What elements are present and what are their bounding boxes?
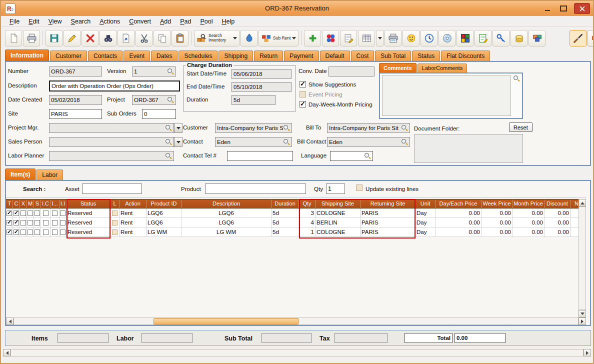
paintbrush-button[interactable]	[570, 30, 586, 46]
scroll-right-button[interactable]	[578, 318, 586, 325]
column-header-monthprice[interactable]: Month Price	[512, 200, 544, 208]
disc-button[interactable]	[438, 30, 456, 46]
cell-status[interactable]: Reserved	[66, 228, 110, 237]
cell-qty[interactable]: 4	[299, 218, 316, 228]
sales-person-dropdown-button[interactable]	[174, 137, 182, 147]
row-checkbox-l[interactable]	[112, 210, 118, 216]
row-checkbox-m[interactable]	[28, 220, 33, 226]
tab-customer[interactable]: Customer	[50, 50, 87, 61]
row-checkbox-i.c[interactable]	[43, 220, 48, 226]
tab-event[interactable]: Event	[124, 50, 150, 61]
start-date-field[interactable]: 05/06/2018	[232, 69, 292, 79]
tab-labor[interactable]: Labor	[36, 170, 63, 180]
row-checkbox-i...[interactable]	[52, 230, 58, 235]
tab-items[interactable]: Item(s)	[5, 168, 36, 180]
row-checkbox-x[interactable]	[20, 210, 26, 216]
time-button[interactable]	[420, 30, 438, 46]
update-existing-checkbox[interactable]	[356, 184, 362, 191]
edit-note-button[interactable]	[340, 30, 357, 46]
search-icon[interactable]	[283, 124, 290, 132]
cell-month-price[interactable]: 0.00	[512, 228, 544, 237]
row-checkbox-s[interactable]	[34, 230, 40, 235]
copy-button[interactable]	[154, 30, 170, 46]
money-button[interactable]	[510, 30, 528, 46]
table-row[interactable]: ReservedRentLGQ6LGQ65d4BERLINPARISDay0.0…	[6, 218, 586, 228]
edit-button[interactable]	[64, 30, 80, 46]
tab-labor-comments[interactable]: LaborComments	[418, 64, 467, 72]
reset-button[interactable]: Reset	[509, 122, 532, 132]
maximize-button[interactable]	[558, 4, 569, 14]
search-icon[interactable]	[165, 152, 172, 160]
cubes-button[interactable]	[456, 30, 474, 46]
close-button[interactable]	[574, 3, 590, 14]
row-checkbox-c[interactable]	[14, 230, 19, 235]
column-header-dayeachprice[interactable]: Day/Each Price	[436, 200, 482, 208]
column-header-returningsite[interactable]: Returning Site	[360, 200, 416, 208]
version-field[interactable]: 1	[132, 66, 176, 76]
find-button[interactable]	[100, 30, 116, 46]
horizontal-scrollbar-thumb[interactable]	[154, 318, 298, 324]
description-field[interactable]: Order with Operation Order (Ops Order)	[49, 80, 180, 92]
search-icon[interactable]	[283, 138, 290, 146]
contact-field[interactable]: Eden	[215, 137, 292, 147]
notes-button[interactable]	[474, 30, 492, 46]
menu-item-file[interactable]: File	[5, 16, 24, 26]
comments-textarea[interactable]	[382, 76, 511, 116]
grid-view-button[interactable]	[358, 30, 375, 46]
cell-duration[interactable]: 5d	[272, 208, 299, 218]
cell-product-id[interactable]: LG WM	[146, 228, 182, 237]
menu-item-edit[interactable]: Edit	[24, 16, 44, 26]
cell-returning-site[interactable]: PARIS	[360, 228, 416, 237]
bill-contact-field[interactable]: Eden	[327, 137, 410, 147]
availability-button[interactable]	[322, 30, 339, 46]
cell-shipping-site[interactable]: BERLIN	[316, 218, 360, 228]
sub-rent-button[interactable]: Sub Rent	[258, 30, 298, 46]
cell-day-each-price[interactable]: 0.00	[436, 208, 482, 218]
cell-returning-site[interactable]: PARIS	[360, 208, 416, 218]
cell-description[interactable]: LGQ6	[182, 208, 272, 218]
row-checkbox-i.i[interactable]	[60, 230, 66, 235]
print-button[interactable]	[23, 30, 40, 46]
column-header-description[interactable]: Description	[182, 200, 272, 208]
smiley-button[interactable]	[402, 30, 420, 46]
sales-person-field[interactable]	[49, 137, 174, 147]
column-header-i[interactable]: I...	[50, 200, 60, 208]
scroll-left-button[interactable]	[6, 318, 14, 325]
cell-day-each-price[interactable]: 0.00	[436, 218, 482, 228]
cell-discount[interactable]: 0.00	[544, 218, 570, 228]
menu-item-add[interactable]: Add	[156, 16, 176, 26]
export-document-button[interactable]	[118, 30, 134, 46]
labor-planner-field[interactable]	[49, 151, 174, 161]
cell-product-id[interactable]: LGQ6	[146, 208, 182, 218]
cut-button[interactable]	[136, 30, 152, 46]
row-checkbox-x[interactable]	[20, 230, 26, 235]
show-suggestions-checkbox[interactable]	[300, 81, 306, 88]
window-scroll-right-button[interactable]	[584, 349, 591, 356]
document-folder-box[interactable]	[414, 134, 523, 163]
event-pricing-checkbox[interactable]	[300, 91, 306, 98]
qty-input[interactable]	[326, 184, 345, 194]
tab-comments[interactable]: Comments	[379, 63, 416, 72]
row-checkbox-s[interactable]	[34, 210, 40, 216]
search-icon[interactable]	[167, 68, 174, 75]
column-header-duration[interactable]: Duration	[272, 200, 299, 208]
row-checkbox-i.i[interactable]	[60, 220, 66, 226]
search-icon[interactable]	[401, 124, 408, 132]
column-header-m[interactable]: M	[27, 200, 34, 208]
grid-view-dropdown-button[interactable]	[376, 30, 384, 46]
contact-tel-field[interactable]	[227, 151, 293, 161]
menu-item-search[interactable]: Search	[66, 16, 96, 26]
tab-information[interactable]: Information	[5, 50, 49, 61]
tab-payment[interactable]: Payment	[284, 50, 318, 61]
row-checkbox-m[interactable]	[28, 230, 33, 235]
tab-sub-total[interactable]: Sub Total	[375, 50, 411, 61]
search-icon[interactable]	[165, 138, 172, 146]
exit-button[interactable]: EXIT	[588, 30, 594, 46]
end-date-field[interactable]: 05/10/2018	[232, 82, 292, 92]
cell-action[interactable]: Rent	[120, 218, 146, 228]
tab-schedules[interactable]: Schedules	[178, 50, 218, 61]
menu-item-view[interactable]: View	[44, 16, 66, 26]
minimize-button[interactable]	[542, 4, 553, 14]
row-checkbox-l[interactable]	[112, 220, 118, 226]
tab-status[interactable]: Status	[412, 50, 440, 61]
